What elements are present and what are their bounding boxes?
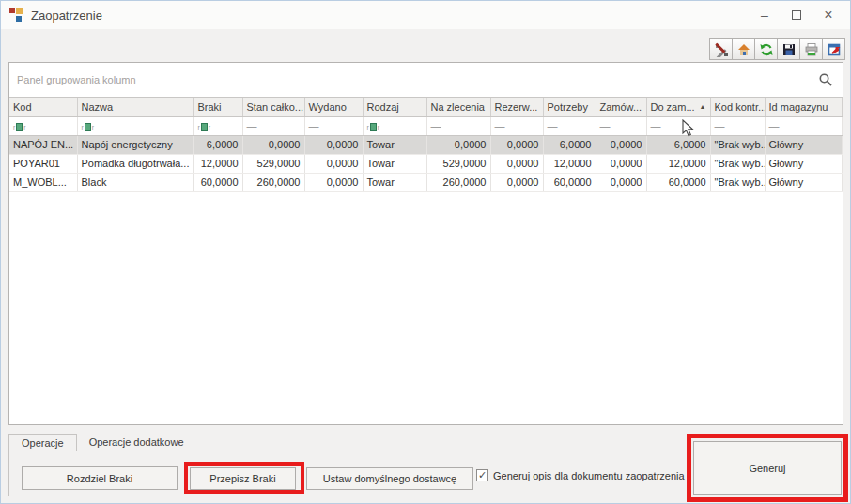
maximize-button[interactable]: [781, 3, 812, 27]
tab-operacje[interactable]: Operacje: [8, 434, 77, 451]
table-row[interactable]: M_WOBL... Black 60,0000 260,0000 0,0000 …: [9, 173, 843, 191]
filter-cell[interactable]: —: [304, 116, 363, 135]
text-filter-icon: rr: [198, 123, 211, 131]
checkbox-check-icon: ✓: [476, 469, 488, 481]
filter-cell[interactable]: —: [490, 116, 543, 135]
cell: 6,0000: [193, 135, 242, 154]
save-button[interactable]: [777, 38, 800, 60]
group-panel-label: Panel grupowania kolumn: [17, 74, 136, 85]
window: Zaopatrzenie – ×: [0, 0, 851, 504]
minimize-button[interactable]: –: [749, 3, 781, 27]
cell: 0,0000: [490, 154, 543, 173]
col-header-do-zamowienia[interactable]: Do zam...▲: [646, 98, 710, 116]
przepisz-braki-button[interactable]: Przepisz Braki: [190, 467, 296, 490]
filter-dash: —: [495, 120, 505, 131]
filter-dash: —: [431, 120, 441, 131]
cell: Główny: [765, 135, 843, 154]
cell: Pomadka długotrwała...: [77, 154, 193, 173]
col-header-rodzaj[interactable]: Rodzaj: [363, 98, 426, 116]
auto-filter-row: rr rr rr — — rr — — — — — — —: [9, 116, 843, 135]
filter-cell[interactable]: —: [710, 116, 765, 135]
cell: 60,0000: [646, 173, 710, 191]
home-icon: [736, 42, 751, 57]
exit-button[interactable]: [822, 38, 845, 60]
cell: 12,0000: [193, 154, 242, 173]
filter-cell[interactable]: —: [242, 116, 304, 135]
maximize-icon: [792, 10, 801, 20]
filter-dash: —: [600, 120, 611, 131]
cell: 12,0000: [646, 154, 710, 173]
search-icon: [818, 72, 833, 87]
filter-cell[interactable]: —: [543, 116, 596, 135]
col-header-na-zlecenia[interactable]: Na zlecenia: [426, 98, 490, 116]
filter-cell[interactable]: —: [596, 116, 646, 135]
table-row[interactable]: NAPÓJ EN... Napój energetyczny 6,0000 0,…: [9, 135, 843, 154]
bottom-tabs: Operacje Operacje dodatkowe: [8, 434, 196, 451]
filter-dash: —: [548, 120, 558, 131]
cell: 0,0000: [596, 154, 646, 173]
cell: 260,0000: [242, 173, 304, 191]
cell: Główny: [765, 173, 843, 191]
app-icon: [9, 8, 24, 23]
cell: 60,0000: [193, 173, 242, 191]
refresh-icon: [759, 42, 774, 57]
generate-description-checkbox[interactable]: ✓ Generuj opis dla dokumentu zaopatrzeni…: [476, 469, 685, 481]
refresh-button[interactable]: [754, 38, 778, 60]
rozdziel-braki-button[interactable]: Rozdziel Braki: [22, 466, 178, 490]
col-header-kod-kontrahenta[interactable]: Kod kontr...: [710, 98, 765, 116]
cell: 529,0000: [242, 154, 304, 173]
generuj-button[interactable]: Generuj: [693, 441, 842, 495]
toolbar: [710, 38, 845, 60]
filter-cell[interactable]: rr: [193, 116, 242, 135]
cell: 0,0000: [490, 173, 543, 191]
cell: "Brak wyb...: [710, 173, 765, 191]
filter-cell[interactable]: rr: [77, 116, 193, 135]
col-header-nazwa[interactable]: Nazwa: [77, 98, 193, 116]
col-header-id-magazynu[interactable]: Id magazynu: [765, 98, 843, 116]
col-header-zamowienia[interactable]: Zamów...: [596, 98, 646, 116]
col-header-kod[interactable]: Kod: [9, 98, 77, 116]
cell: 6,0000: [543, 135, 596, 154]
cell: M_WOBL...: [9, 173, 77, 191]
filter-dash: —: [309, 120, 319, 131]
filter-cell[interactable]: —: [426, 116, 490, 135]
home-button[interactable]: [732, 38, 755, 60]
filter-cell[interactable]: —: [765, 116, 843, 135]
group-by-panel[interactable]: Panel grupowania kolumn: [9, 63, 843, 98]
title-bar: Zaopatrzenie – ×: [1, 1, 850, 29]
tab-operacje-dodatkowe[interactable]: Operacje dodatkowe: [77, 434, 196, 451]
filter-cell[interactable]: —: [646, 116, 710, 135]
cell: 6,0000: [646, 135, 710, 154]
col-header-potrzeby[interactable]: Potrzeby: [543, 98, 596, 116]
filter-dash: —: [651, 120, 661, 131]
cell: 529,0000: [426, 154, 490, 173]
print-button[interactable]: [799, 38, 823, 60]
col-header-stan-calkowity[interactable]: Stan całko...: [242, 98, 304, 116]
cell: 0,0000: [596, 135, 646, 154]
col-header-braki[interactable]: Braki: [193, 98, 242, 116]
col-header-label: Do zam...: [651, 101, 695, 113]
cell: "Brak wyb...: [710, 154, 765, 173]
table-row[interactable]: POYAR01 Pomadka długotrwała... 12,0000 5…: [9, 154, 843, 173]
supply-grid: Panel grupowania kolumn Kod Nazwa Braki …: [8, 62, 843, 425]
close-button[interactable]: ×: [812, 3, 844, 27]
cell: 0,0000: [242, 135, 304, 154]
filter-cell[interactable]: rr: [9, 116, 77, 135]
cell: Napój energetyczny: [77, 135, 193, 154]
cell: 0,0000: [596, 173, 646, 191]
search-button[interactable]: [817, 71, 834, 88]
window-title: Zaopatrzenie: [31, 8, 102, 23]
col-header-wydano[interactable]: Wydano: [304, 98, 363, 116]
cell: 12,0000: [543, 154, 596, 173]
tools-button[interactable]: [709, 38, 733, 60]
cell: 0,0000: [304, 135, 363, 154]
col-header-rezerwacje[interactable]: Rezerw...: [490, 98, 543, 116]
filter-cell[interactable]: rr: [363, 116, 426, 135]
cell: Black: [77, 173, 193, 191]
ustaw-dostawce-button[interactable]: Ustaw domyślnego dostawcę: [306, 467, 473, 490]
cell: Główny: [765, 154, 843, 173]
print-icon: [804, 42, 819, 57]
cell: 0,0000: [426, 135, 490, 154]
exit-icon: [827, 42, 842, 57]
data-table: Kod Nazwa Braki Stan całko... Wydano Rod…: [9, 98, 843, 192]
